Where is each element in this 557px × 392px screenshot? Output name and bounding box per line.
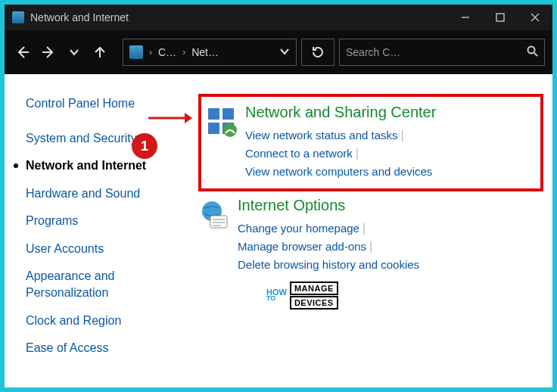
address-bar[interactable]: › C… › Net… <box>123 39 297 66</box>
location-icon <box>129 45 143 59</box>
minimize-button[interactable] <box>448 5 483 30</box>
internet-options-icon <box>198 199 230 231</box>
sidebar-item-user-accounts[interactable]: User Accounts <box>26 241 185 257</box>
sidebar-item-programs[interactable]: Programs <box>26 213 185 229</box>
task-link[interactable]: View network computers and devices <box>245 165 432 178</box>
sidebar-item-network-internet[interactable]: Network and Internet <box>26 157 185 174</box>
sidebar-item-ease-of-access[interactable]: Ease of Access <box>26 340 185 356</box>
control-panel-home-link[interactable]: Control Panel Home <box>26 97 185 110</box>
task-link[interactable]: Manage browser add-ons <box>238 240 366 253</box>
watermark-devices: DEVICES <box>290 296 338 310</box>
sidebar-item-hardware-sound[interactable]: Hardware and Sound <box>26 185 185 202</box>
task-link[interactable]: Change your homepage <box>238 222 359 235</box>
svg-rect-14 <box>210 216 227 228</box>
close-button[interactable] <box>518 5 552 30</box>
watermark: HOW TO MANAGE DEVICES <box>266 282 543 310</box>
sidebar-item-clock-region[interactable]: Clock and Region <box>26 313 185 329</box>
category-title[interactable]: Internet Options <box>238 196 543 215</box>
main-panel: 1 Network and Sharing Center View networ… <box>185 89 543 387</box>
search-input[interactable]: Search C… <box>339 39 545 66</box>
navigation-bar: › C… › Net… Search C… <box>5 30 552 74</box>
task-link[interactable]: Delete browsing history and cookies <box>238 258 419 271</box>
refresh-button[interactable] <box>301 39 335 66</box>
sidebar-item-appearance-personalization[interactable]: Appearance and Personalization <box>26 268 185 302</box>
svg-marker-7 <box>185 113 192 123</box>
sidebar: Control Panel Home System and Security N… <box>26 89 185 387</box>
svg-rect-1 <box>496 14 504 21</box>
svg-line-5 <box>534 53 537 56</box>
category-title[interactable]: Network and Sharing Center <box>245 103 533 122</box>
svg-rect-10 <box>208 123 219 134</box>
back-button[interactable] <box>12 42 33 63</box>
sidebar-item-system-security[interactable]: System and Security <box>26 130 185 147</box>
window-titlebar: Network and Internet <box>5 5 552 30</box>
watermark-manage: MANAGE <box>290 282 338 295</box>
svg-point-4 <box>528 47 535 54</box>
category-row: Internet Options Change your homepage| M… <box>198 196 543 274</box>
maximize-button[interactable] <box>483 5 518 30</box>
svg-rect-9 <box>222 108 234 120</box>
annotation-badge-number: 1 <box>141 138 148 154</box>
up-button[interactable] <box>89 42 110 63</box>
chevron-right-icon: › <box>148 47 154 58</box>
control-panel-icon <box>12 11 24 23</box>
window-title: Network and Internet <box>30 11 129 23</box>
search-icon <box>527 45 538 59</box>
search-placeholder: Search C… <box>346 46 400 58</box>
annotation-arrow-icon <box>147 110 192 126</box>
network-sharing-center-icon <box>206 106 238 138</box>
address-dropdown[interactable] <box>279 46 290 59</box>
annotation-badge: 1 <box>132 133 157 159</box>
task-link[interactable]: View network status and tasks <box>245 129 398 142</box>
history-dropdown[interactable] <box>64 42 85 63</box>
breadcrumb-segment[interactable]: Net… <box>191 46 219 58</box>
watermark-to: TO <box>266 296 287 302</box>
task-link[interactable]: Connect to a network <box>245 147 353 160</box>
svg-rect-8 <box>208 108 219 120</box>
chevron-right-icon: › <box>181 47 187 58</box>
highlighted-category: Network and Sharing Center View network … <box>198 94 543 191</box>
forward-button[interactable] <box>38 42 59 63</box>
breadcrumb-segment[interactable]: C… <box>158 46 176 58</box>
